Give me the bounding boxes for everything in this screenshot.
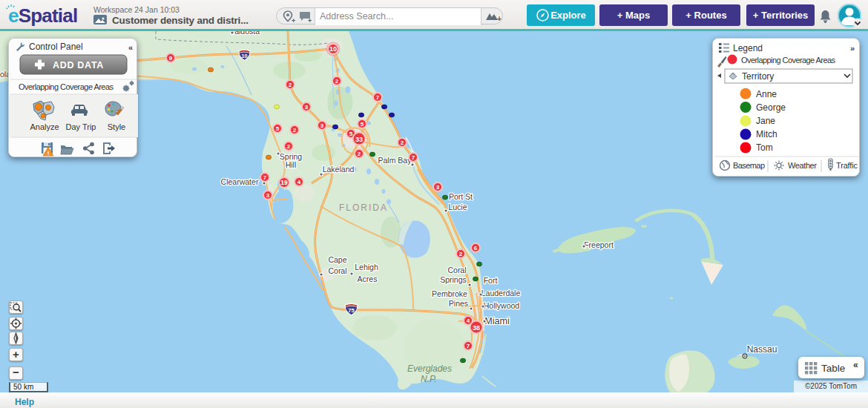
svg-text:Palm Bay: Palm Bay — [378, 156, 412, 165]
svg-text:7: 7 — [467, 343, 470, 349]
svg-text:5: 5 — [349, 131, 353, 137]
svg-text:Legend: Legend — [733, 43, 763, 53]
svg-text:Clearwater: Clearwater — [221, 177, 259, 186]
svg-text:ADD DATA: ADD DATA — [53, 60, 104, 70]
svg-text:Tom: Tom — [756, 142, 773, 153]
svg-text:George: George — [756, 102, 786, 113]
svg-text:Weather: Weather — [788, 161, 817, 170]
svg-text:Lauderdale: Lauderdale — [481, 289, 521, 297]
svg-text:Control Panel: Control Panel — [29, 42, 83, 52]
svg-text:!: ! — [47, 150, 50, 157]
svg-text:33: 33 — [355, 136, 363, 143]
svg-text:Basemap: Basemap — [733, 161, 765, 170]
svg-text:Cape: Cape — [328, 255, 346, 264]
svg-text:Coral: Coral — [328, 266, 346, 275]
svg-text:Lehigh: Lehigh — [355, 263, 378, 272]
svg-text:+: + — [308, 17, 312, 24]
svg-text:FLORIDA: FLORIDA — [339, 203, 388, 213]
svg-text:Everglades: Everglades — [407, 363, 452, 374]
svg-text:Analyze: Analyze — [30, 122, 59, 131]
svg-text:75: 75 — [348, 307, 354, 314]
svg-text:Table: Table — [821, 363, 845, 374]
svg-text:2: 2 — [459, 251, 463, 257]
svg-text:38: 38 — [473, 324, 480, 332]
svg-text:2: 2 — [358, 151, 361, 157]
svg-text:»: » — [850, 44, 855, 53]
svg-text:Coral: Coral — [447, 266, 466, 274]
svg-text:7: 7 — [412, 154, 415, 161]
svg-text:Springs: Springs — [440, 275, 467, 284]
svg-text:Style: Style — [108, 122, 125, 131]
svg-text:3: 3 — [266, 192, 270, 199]
svg-text:Miami: Miami — [484, 316, 509, 326]
svg-text:2: 2 — [287, 143, 291, 150]
svg-text:3: 3 — [305, 104, 309, 111]
svg-text:Overlapping Coverage Areas: Overlapping Coverage Areas — [741, 56, 836, 65]
svg-text:7: 7 — [263, 174, 267, 181]
svg-text:10: 10 — [329, 45, 337, 53]
svg-text:10: 10 — [242, 53, 248, 59]
svg-text:Jane: Jane — [756, 116, 775, 126]
svg-text:Acres: Acres — [358, 274, 378, 283]
svg-text:5: 5 — [361, 121, 364, 128]
svg-text:Day Trip: Day Trip — [66, 122, 96, 131]
svg-text:Pembroke: Pembroke — [432, 289, 467, 298]
svg-text:Traffic: Traffic — [836, 161, 858, 170]
svg-text:Territory: Territory — [742, 71, 774, 82]
svg-text:Fort: Fort — [484, 276, 498, 285]
svg-text:Port St: Port St — [449, 192, 473, 201]
svg-text:Nassau: Nassau — [747, 344, 777, 355]
svg-text:6: 6 — [474, 245, 478, 251]
svg-text:Pines: Pines — [449, 299, 468, 308]
svg-text:Lucie: Lucie — [448, 203, 467, 211]
svg-text:19: 19 — [280, 179, 288, 186]
svg-text:4: 4 — [297, 179, 301, 185]
svg-text:5: 5 — [276, 125, 280, 132]
svg-text:3: 3 — [320, 122, 324, 129]
svg-text:2: 2 — [289, 82, 292, 88]
svg-text:3: 3 — [436, 184, 440, 191]
svg-text:Hill: Hill — [286, 160, 297, 169]
svg-text:Mitch: Mitch — [756, 129, 777, 139]
svg-text:«: « — [853, 360, 858, 370]
svg-text:Overlapping Coverage Areas: Overlapping Coverage Areas — [19, 82, 114, 91]
svg-text:7: 7 — [376, 94, 380, 101]
svg-text:+: + — [497, 15, 502, 23]
svg-text:2: 2 — [293, 127, 297, 134]
svg-text:Hollywood: Hollywood — [484, 301, 520, 310]
svg-text:4: 4 — [467, 317, 470, 324]
svg-text:Freeport: Freeport — [584, 240, 614, 249]
svg-text:Valdosta: Valdosta — [230, 31, 260, 36]
svg-text:9: 9 — [169, 55, 173, 62]
svg-text:Lakeland: Lakeland — [323, 165, 355, 174]
svg-text:2: 2 — [335, 78, 339, 85]
svg-text:+: + — [292, 17, 295, 24]
svg-text:2: 2 — [401, 139, 404, 146]
svg-text:N.P.: N.P. — [421, 374, 437, 384]
svg-text:«: « — [128, 43, 133, 52]
svg-text:Anne: Anne — [756, 89, 777, 99]
